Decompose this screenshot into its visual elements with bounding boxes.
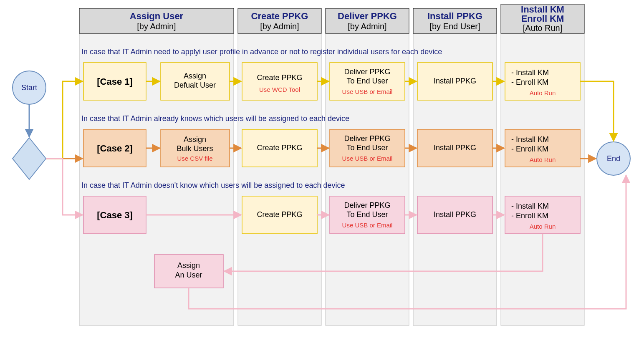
- c3-deliver-sub: Use USB or Email: [342, 222, 393, 229]
- lane-0-title: Assign User: [130, 11, 184, 21]
- c3-km-2: - Enroll KM: [511, 212, 548, 220]
- c1-deliver-sub: Use USB or Email: [342, 88, 393, 95]
- start-label: Start: [21, 83, 37, 92]
- c2-km-1: - Install KM: [511, 135, 549, 144]
- c3-assignAn-1: Assign: [177, 261, 200, 270]
- c1-deliver-1: Deliver PPKG: [344, 68, 390, 76]
- c2-km-sub: Auto Run: [530, 156, 556, 163]
- c2-deliver-sub: Use USB or Email: [342, 155, 393, 162]
- c1-create-sub: Use WCD Tool: [259, 86, 300, 93]
- note-case1: In case that IT Admin need to applyi use…: [81, 48, 442, 56]
- c3-assignAn-2: An User: [175, 271, 202, 279]
- c1-km-2: - Enroll KM: [511, 78, 548, 86]
- c1-install: Install PPKG: [434, 77, 476, 85]
- c3-km-sub: Auto Run: [530, 223, 556, 230]
- case2-label: [Case 2]: [97, 143, 133, 154]
- end-label: End: [607, 154, 620, 163]
- note-case2: In case that IT Admin already knows whic…: [81, 114, 349, 123]
- c2-create: Create PPKG: [257, 144, 302, 152]
- decision-node: [13, 138, 46, 179]
- c1-assign-1: Assign: [184, 72, 206, 80]
- lane-2-title: Deliver PPKG: [338, 11, 397, 21]
- lane-3-title: Install PPKG: [427, 11, 482, 21]
- case1-label: [Case 1]: [97, 76, 133, 87]
- c2-km-2: - Enroll KM: [511, 145, 548, 153]
- c2-install: Install PPKG: [434, 144, 476, 152]
- c2-assign-2: Bulk Users: [177, 144, 213, 153]
- lane-2-sub: [by Admin]: [348, 22, 386, 31]
- c1-km-sub: Auto Run: [530, 89, 556, 96]
- c3-deliver-1: Deliver PPKG: [344, 201, 390, 209]
- lane-4-sub: [Auto Run]: [523, 23, 563, 33]
- lane-3-sub: [by End User]: [429, 22, 480, 31]
- c2-assign-sub: Use CSV file: [177, 155, 212, 162]
- c2-assign-1: Assign: [184, 135, 206, 144]
- lane-0-sub: [by Admin]: [137, 22, 176, 31]
- lane-4-title-b: Enroll KM: [521, 13, 564, 24]
- c2-deliver-1: Deliver PPKG: [344, 134, 390, 143]
- c3-deliver-2: To End User: [346, 210, 388, 219]
- c3-create: Create PPKG: [257, 210, 302, 219]
- c3-km-1: - Install KM: [511, 202, 549, 210]
- lane-1-title: Create PPKG: [251, 11, 308, 21]
- c3-install: Install PPKG: [434, 210, 476, 219]
- c1-assign-2: Defualt User: [174, 81, 216, 89]
- note-case3: In case that IT Admin doesn't know which…: [81, 181, 345, 189]
- c1-km-1: - Install KM: [511, 68, 549, 77]
- c1-deliver-2: To End User: [346, 77, 388, 85]
- case3-label: [Case 3]: [97, 210, 133, 220]
- lane-1-sub: [by Admin]: [260, 22, 299, 31]
- c2-deliver-2: To End User: [346, 144, 388, 152]
- flowchart-diagram: Assign User [by Admin] Create PPKG [by A…: [0, 0, 644, 338]
- c1-create: Create PPKG: [257, 73, 302, 82]
